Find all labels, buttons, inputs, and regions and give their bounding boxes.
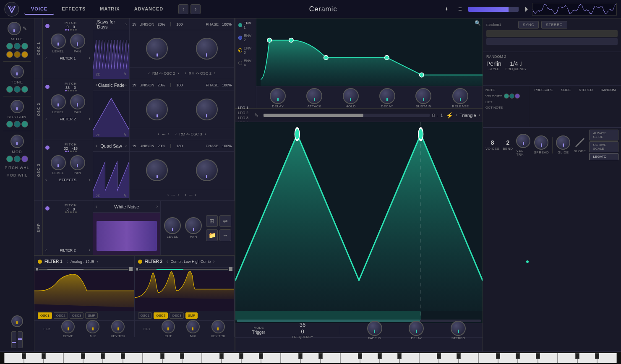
piano-key-fs4[interactable] xyxy=(219,353,224,359)
filter2-slider-track[interactable] xyxy=(139,269,229,270)
lfo2-selector[interactable]: LFO 2 xyxy=(238,111,250,115)
env4-selector[interactable]: ENV 4 xyxy=(237,58,254,68)
env2-selector[interactable]: ENV 2 xyxy=(237,33,254,43)
piano-key-as5[interactable] xyxy=(397,353,402,359)
tab-voice[interactable]: VOICE xyxy=(24,4,54,15)
piano-key-a3[interactable] xyxy=(103,353,123,363)
osc3-edit-icon[interactable]: ✎ xyxy=(123,193,127,198)
osc3-wave-next[interactable]: › xyxy=(125,143,127,148)
piano-key-c6[interactable] xyxy=(419,353,439,363)
filter1-enable[interactable] xyxy=(38,260,42,264)
smp-dot3[interactable] xyxy=(70,211,72,213)
piano-key-b4[interactable] xyxy=(261,353,281,363)
slider-left[interactable] xyxy=(11,331,16,348)
piano-key-ds5[interactable] xyxy=(318,353,323,359)
osc2-wave-prev[interactable]: ‹ xyxy=(96,83,97,87)
filter2-osc1-btn[interactable]: OSC1 xyxy=(138,312,152,319)
smp-shuffle-icon[interactable]: ⇌ xyxy=(219,215,231,227)
osc1-mod-next[interactable]: › xyxy=(177,71,179,75)
menu-button[interactable]: ☰ xyxy=(455,4,465,14)
volume-knob-top[interactable] xyxy=(522,6,529,13)
piano-key-e5[interactable] xyxy=(321,353,340,363)
piano-key-f4[interactable] xyxy=(202,353,222,363)
smp-pan-knob[interactable] xyxy=(185,217,202,234)
piano-key-as4[interactable] xyxy=(259,353,263,359)
env-decay-knob[interactable] xyxy=(379,88,395,104)
lfo-shape-next[interactable]: › xyxy=(479,113,480,117)
piano-key-fs5[interactable] xyxy=(358,353,362,359)
piano-key-e4[interactable] xyxy=(182,353,202,363)
osc2-mod-next[interactable]: › xyxy=(168,132,170,136)
edit-icon[interactable]: ✎ xyxy=(23,26,27,31)
piano-key-cs6[interactable] xyxy=(437,353,441,359)
piano-key-c3[interactable] xyxy=(4,353,24,363)
piano-key-b5[interactable] xyxy=(399,353,419,363)
osc2-dot5[interactable] xyxy=(75,90,77,91)
osc3-dot3[interactable] xyxy=(70,151,72,152)
random1-stereo-btn[interactable]: STEREO xyxy=(541,21,567,29)
smp-folder-icon[interactable]: 📁 xyxy=(206,229,218,241)
filter1-osc3-btn[interactable]: OSC3 xyxy=(70,312,84,319)
piano-key-g6[interactable] xyxy=(498,353,518,363)
osc1-dot3[interactable] xyxy=(70,29,72,31)
filter2-smp-btn[interactable]: SMP xyxy=(185,312,198,319)
piano-key-d7[interactable] xyxy=(577,353,597,363)
lfo-chain-icon[interactable]: ⚡ xyxy=(446,112,453,119)
osc1-level-knob[interactable] xyxy=(51,34,66,49)
tone-icon-2[interactable] xyxy=(14,86,21,93)
voice-icon-4[interactable] xyxy=(6,51,13,58)
smp-filter-prev[interactable]: ‹ xyxy=(45,248,47,252)
master-knob[interactable] xyxy=(8,22,21,35)
always-glide-btn[interactable]: ALWAYS GLIDE xyxy=(589,130,618,140)
lfo3-selector[interactable]: LFO 3 xyxy=(238,116,250,120)
filter1-type-prev[interactable]: ‹ xyxy=(67,259,68,264)
osc1-dot1[interactable] xyxy=(65,29,67,31)
mod-icon-3[interactable] xyxy=(21,156,28,162)
osc2-mod-prev[interactable]: ‹ xyxy=(158,132,159,136)
piano-key-f6[interactable] xyxy=(478,353,498,363)
lfo-bottom-slider[interactable] xyxy=(237,320,481,322)
smp-dot5[interactable] xyxy=(75,211,77,213)
osc1-phase-knob[interactable] xyxy=(196,38,218,60)
bottom-knob[interactable] xyxy=(11,315,23,327)
piano-key-as3[interactable] xyxy=(121,353,125,359)
env-release-knob[interactable] xyxy=(452,88,468,104)
osc2-dot2[interactable] xyxy=(68,90,69,91)
piano-key-e3[interactable] xyxy=(44,353,63,363)
env-delay-knob[interactable] xyxy=(270,88,286,104)
env-attack-knob[interactable] xyxy=(306,88,322,104)
osc2-enable[interactable] xyxy=(45,85,50,89)
filter1-keytrk-knob[interactable] xyxy=(111,320,125,333)
octave-scale-btn[interactable]: OCTAVE SCALE xyxy=(589,141,618,152)
osc2-level-knob[interactable] xyxy=(51,94,66,109)
lfo-pencil-icon[interactable]: ✎ xyxy=(254,112,258,118)
piano-key-fs3[interactable] xyxy=(81,353,85,359)
filter2-cut-knob[interactable] xyxy=(162,320,175,333)
piano-key-cs7[interactable] xyxy=(575,353,579,359)
spread-knob[interactable] xyxy=(534,135,548,150)
sustain-knob[interactable] xyxy=(10,100,24,113)
piano-key-a6[interactable] xyxy=(518,353,538,363)
env-sustain-knob[interactable] xyxy=(415,88,431,104)
piano-key-gs4[interactable] xyxy=(239,353,243,359)
piano-key-d3[interactable] xyxy=(24,353,44,363)
filter1-type-next[interactable]: › xyxy=(97,259,98,264)
piano-key-ds3[interactable] xyxy=(42,353,46,359)
piano-key-gs5[interactable] xyxy=(378,353,382,359)
tab-matrix[interactable]: MATRIX xyxy=(93,4,126,15)
tone-knob[interactable] xyxy=(10,65,24,78)
smp-filter-next[interactable]: › xyxy=(89,248,90,252)
osc2-dot1[interactable] xyxy=(65,90,67,91)
piano-key-b3[interactable] xyxy=(123,353,143,363)
piano-key-c7[interactable] xyxy=(558,353,577,363)
filter2-osc2-btn[interactable]: OSC2 xyxy=(154,312,168,319)
piano-key-b6[interactable] xyxy=(538,353,558,363)
osc1-dot5[interactable] xyxy=(75,29,77,31)
filter2-osc3-btn[interactable]: OSC3 xyxy=(170,312,184,319)
osc2-edit-icon[interactable]: ✎ xyxy=(123,133,127,137)
filter1-osc1-btn[interactable]: OSC1 xyxy=(38,312,52,319)
piano-key-d5[interactable] xyxy=(300,353,320,363)
random1-bar1[interactable] xyxy=(486,30,618,37)
smp-dot2[interactable] xyxy=(68,211,69,213)
osc2-filter-next[interactable]: › xyxy=(89,117,90,121)
